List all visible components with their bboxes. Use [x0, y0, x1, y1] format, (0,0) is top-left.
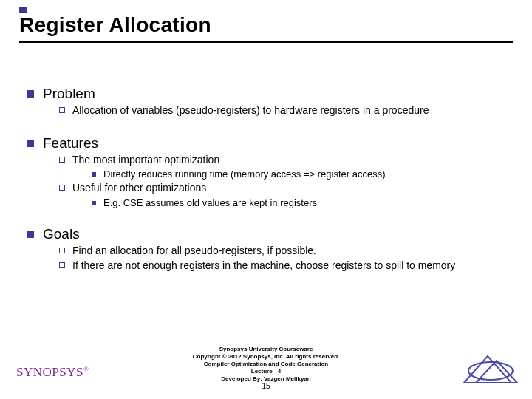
list-item: Find an allocation for all pseudo-regist… [59, 245, 510, 258]
square-bullet-icon [27, 231, 34, 238]
title-accent [19, 7, 27, 13]
title-rule [19, 41, 513, 43]
list-subitem: E.g. CSE assumes old values are kept in … [92, 197, 510, 208]
list-item: The most important optimization [59, 154, 510, 167]
small-square-icon [92, 201, 96, 205]
list-subitem-text: E.g. CSE assumes old values are kept in … [103, 197, 317, 208]
credits: Synopsys University Courseware Copyright… [193, 346, 340, 383]
content: Problem Allocation of variables (pseudo-… [27, 81, 510, 274]
title-area: Register Allocation [19, 10, 513, 37]
slide: Register Allocation Problem Allocation o… [0, 0, 532, 399]
section-heading-text: Goals [43, 226, 80, 242]
page-title: Register Allocation [19, 10, 513, 37]
section-heading-text: Features [43, 135, 98, 151]
section-heading: Problem [27, 86, 510, 102]
logo-tm: ® [83, 365, 89, 372]
hollow-square-icon [59, 262, 65, 268]
list-item-text: Find an allocation for all pseudo-regist… [72, 245, 316, 258]
corner-graphic-icon [460, 350, 522, 386]
list-item: Useful for other optimizations [59, 182, 510, 195]
credit-line: Synopsys University Courseware [193, 346, 340, 353]
list-item-text: Useful for other optimizations [72, 182, 206, 195]
section-heading: Goals [27, 226, 510, 242]
section-heading-text: Problem [43, 86, 95, 102]
list-item-text: The most important optimization [72, 154, 219, 167]
credit-line: Compiler Optimization and Code Generatio… [193, 361, 340, 368]
logo-text: SYNOPSYS [16, 365, 83, 379]
list-subitem: Directly reduces running time (memory ac… [92, 168, 510, 180]
credit-line: Copyright © 2012 Synopsys, Inc. All righ… [193, 353, 340, 361]
section-heading: Features [27, 135, 510, 151]
list-subitem-text: Directly reduces running time (memory ac… [103, 168, 385, 180]
square-bullet-icon [27, 140, 34, 147]
list-item-text: Allocation of variables (pseudo-register… [72, 104, 429, 117]
hollow-square-icon [59, 248, 65, 253]
hollow-square-icon [59, 185, 65, 191]
list-item: Allocation of variables (pseudo-register… [59, 104, 510, 117]
list-item-text: If there are not enough registers in the… [72, 259, 455, 273]
small-square-icon [92, 172, 96, 177]
hollow-square-icon [59, 107, 65, 113]
synopsys-logo: SYNOPSYS® [16, 365, 89, 380]
footer: SYNOPSYS® Synopsys University Courseware… [0, 350, 532, 393]
list-item: If there are not enough registers in the… [59, 259, 510, 273]
page-number: 15 [262, 382, 270, 390]
square-bullet-icon [27, 90, 34, 98]
hollow-square-icon [59, 157, 65, 163]
credit-line: Lecture - 4 [193, 368, 340, 375]
